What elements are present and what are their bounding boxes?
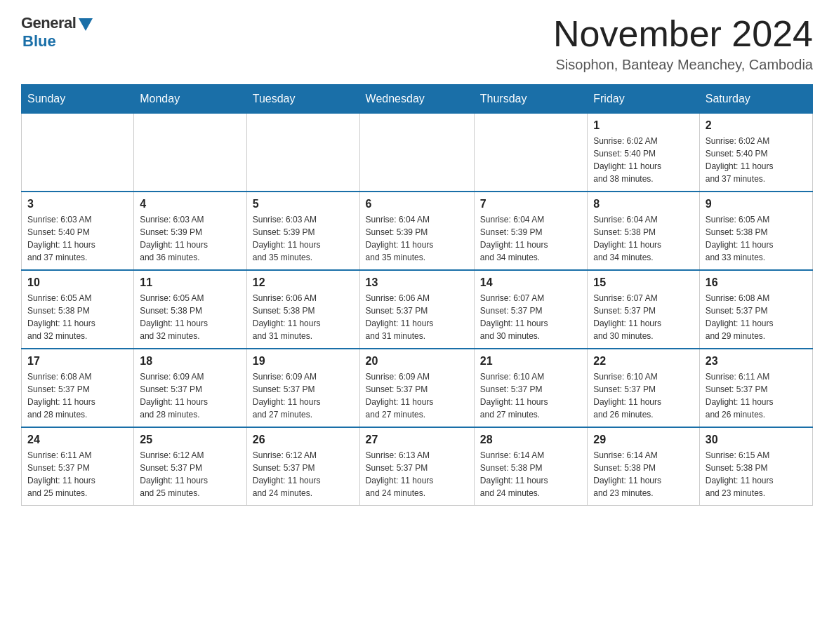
calendar-week-1: 1Sunrise: 6:02 AM Sunset: 5:40 PM Daylig… xyxy=(22,113,813,192)
day-info: Sunrise: 6:03 AM Sunset: 5:40 PM Dayligh… xyxy=(27,213,128,264)
calendar-cell: 12Sunrise: 6:06 AM Sunset: 5:38 PM Dayli… xyxy=(246,270,359,349)
day-info: Sunrise: 6:02 AM Sunset: 5:40 PM Dayligh… xyxy=(593,135,693,185)
day-number: 5 xyxy=(253,198,354,210)
calendar-week-2: 3Sunrise: 6:03 AM Sunset: 5:40 PM Daylig… xyxy=(22,192,813,270)
page-header: General Blue November 2024 Sisophon, Ban… xyxy=(21,14,813,73)
logo: General Blue xyxy=(21,14,93,51)
day-number: 10 xyxy=(27,276,128,289)
day-info: Sunrise: 6:05 AM Sunset: 5:38 PM Dayligh… xyxy=(140,292,241,342)
logo-top: General xyxy=(21,14,93,32)
day-info: Sunrise: 6:07 AM Sunset: 5:37 PM Dayligh… xyxy=(593,292,693,342)
day-info: Sunrise: 6:10 AM Sunset: 5:37 PM Dayligh… xyxy=(593,370,693,421)
day-info: Sunrise: 6:12 AM Sunset: 5:37 PM Dayligh… xyxy=(140,449,241,499)
calendar-cell: 23Sunrise: 6:11 AM Sunset: 5:37 PM Dayli… xyxy=(699,349,812,427)
day-number: 11 xyxy=(140,276,241,289)
day-info: Sunrise: 6:12 AM Sunset: 5:37 PM Dayligh… xyxy=(253,449,354,499)
calendar-cell: 17Sunrise: 6:08 AM Sunset: 5:37 PM Dayli… xyxy=(22,349,134,427)
month-title: November 2024 xyxy=(553,14,813,54)
logo-blue-text: Blue xyxy=(22,32,56,51)
logo-triangle-icon xyxy=(79,18,93,31)
day-number: 21 xyxy=(480,355,581,368)
day-number: 22 xyxy=(593,355,693,368)
calendar-cell: 24Sunrise: 6:11 AM Sunset: 5:37 PM Dayli… xyxy=(22,427,134,506)
calendar-body: 1Sunrise: 6:02 AM Sunset: 5:40 PM Daylig… xyxy=(22,113,813,506)
day-number: 14 xyxy=(480,276,581,289)
day-header-saturday: Saturday xyxy=(699,85,812,113)
logo-general-text: General xyxy=(21,14,76,32)
calendar-cell xyxy=(474,113,587,192)
day-header-tuesday: Tuesday xyxy=(246,85,359,113)
calendar-cell xyxy=(134,113,247,192)
day-info: Sunrise: 6:15 AM Sunset: 5:38 PM Dayligh… xyxy=(706,449,807,499)
day-info: Sunrise: 6:11 AM Sunset: 5:37 PM Dayligh… xyxy=(706,370,807,421)
calendar-cell xyxy=(359,113,474,192)
day-header-sunday: Sunday xyxy=(22,85,134,113)
calendar-cell: 19Sunrise: 6:09 AM Sunset: 5:37 PM Dayli… xyxy=(246,349,359,427)
day-info: Sunrise: 6:04 AM Sunset: 5:38 PM Dayligh… xyxy=(593,213,693,264)
calendar-week-3: 10Sunrise: 6:05 AM Sunset: 5:38 PM Dayli… xyxy=(22,270,813,349)
calendar-week-4: 17Sunrise: 6:08 AM Sunset: 5:37 PM Dayli… xyxy=(22,349,813,427)
calendar-cell: 29Sunrise: 6:14 AM Sunset: 5:38 PM Dayli… xyxy=(588,427,699,506)
day-number: 15 xyxy=(593,276,693,289)
day-number: 12 xyxy=(253,276,354,289)
calendar-cell: 4Sunrise: 6:03 AM Sunset: 5:39 PM Daylig… xyxy=(134,192,247,270)
day-number: 20 xyxy=(366,355,468,368)
calendar-cell: 5Sunrise: 6:03 AM Sunset: 5:39 PM Daylig… xyxy=(246,192,359,270)
day-info: Sunrise: 6:08 AM Sunset: 5:37 PM Dayligh… xyxy=(706,292,807,342)
day-info: Sunrise: 6:02 AM Sunset: 5:40 PM Dayligh… xyxy=(706,135,807,185)
calendar-cell: 9Sunrise: 6:05 AM Sunset: 5:38 PM Daylig… xyxy=(699,192,812,270)
calendar-header: SundayMondayTuesdayWednesdayThursdayFrid… xyxy=(22,85,813,113)
day-info: Sunrise: 6:09 AM Sunset: 5:37 PM Dayligh… xyxy=(140,370,241,421)
calendar-cell: 3Sunrise: 6:03 AM Sunset: 5:40 PM Daylig… xyxy=(22,192,134,270)
day-number: 23 xyxy=(706,355,807,368)
calendar-cell: 14Sunrise: 6:07 AM Sunset: 5:37 PM Dayli… xyxy=(474,270,587,349)
calendar-cell: 2Sunrise: 6:02 AM Sunset: 5:40 PM Daylig… xyxy=(699,113,812,192)
day-info: Sunrise: 6:08 AM Sunset: 5:37 PM Dayligh… xyxy=(27,370,128,421)
day-number: 6 xyxy=(366,198,468,210)
calendar-cell: 25Sunrise: 6:12 AM Sunset: 5:37 PM Dayli… xyxy=(134,427,247,506)
day-info: Sunrise: 6:03 AM Sunset: 5:39 PM Dayligh… xyxy=(140,213,241,264)
day-number: 19 xyxy=(253,355,354,368)
day-header-thursday: Thursday xyxy=(474,85,587,113)
day-info: Sunrise: 6:13 AM Sunset: 5:37 PM Dayligh… xyxy=(366,449,468,499)
day-number: 9 xyxy=(706,198,807,210)
calendar-cell: 18Sunrise: 6:09 AM Sunset: 5:37 PM Dayli… xyxy=(134,349,247,427)
day-number: 26 xyxy=(253,434,354,446)
day-header-monday: Monday xyxy=(134,85,247,113)
day-info: Sunrise: 6:05 AM Sunset: 5:38 PM Dayligh… xyxy=(27,292,128,342)
day-info: Sunrise: 6:05 AM Sunset: 5:38 PM Dayligh… xyxy=(706,213,807,264)
calendar-cell: 26Sunrise: 6:12 AM Sunset: 5:37 PM Dayli… xyxy=(246,427,359,506)
day-info: Sunrise: 6:14 AM Sunset: 5:38 PM Dayligh… xyxy=(593,449,693,499)
day-info: Sunrise: 6:14 AM Sunset: 5:38 PM Dayligh… xyxy=(480,449,581,499)
day-number: 24 xyxy=(27,434,128,446)
day-number: 28 xyxy=(480,434,581,446)
calendar-cell: 1Sunrise: 6:02 AM Sunset: 5:40 PM Daylig… xyxy=(588,113,699,192)
day-number: 18 xyxy=(140,355,241,368)
calendar-cell: 20Sunrise: 6:09 AM Sunset: 5:37 PM Dayli… xyxy=(359,349,474,427)
day-info: Sunrise: 6:09 AM Sunset: 5:37 PM Dayligh… xyxy=(253,370,354,421)
day-number: 17 xyxy=(27,355,128,368)
day-number: 29 xyxy=(593,434,693,446)
calendar-table: SundayMondayTuesdayWednesdayThursdayFrid… xyxy=(21,84,813,506)
calendar-cell: 8Sunrise: 6:04 AM Sunset: 5:38 PM Daylig… xyxy=(588,192,699,270)
day-info: Sunrise: 6:11 AM Sunset: 5:37 PM Dayligh… xyxy=(27,449,128,499)
calendar-cell: 13Sunrise: 6:06 AM Sunset: 5:37 PM Dayli… xyxy=(359,270,474,349)
location-subtitle: Sisophon, Banteay Meanchey, Cambodia xyxy=(553,57,813,73)
calendar-cell: 6Sunrise: 6:04 AM Sunset: 5:39 PM Daylig… xyxy=(359,192,474,270)
calendar-cell: 10Sunrise: 6:05 AM Sunset: 5:38 PM Dayli… xyxy=(22,270,134,349)
day-info: Sunrise: 6:06 AM Sunset: 5:38 PM Dayligh… xyxy=(253,292,354,342)
calendar-cell xyxy=(22,113,134,192)
calendar-cell: 30Sunrise: 6:15 AM Sunset: 5:38 PM Dayli… xyxy=(699,427,812,506)
calendar-cell: 15Sunrise: 6:07 AM Sunset: 5:37 PM Dayli… xyxy=(588,270,699,349)
day-header-friday: Friday xyxy=(588,85,699,113)
day-number: 2 xyxy=(706,119,807,132)
days-of-week-row: SundayMondayTuesdayWednesdayThursdayFrid… xyxy=(22,85,813,113)
calendar-cell: 28Sunrise: 6:14 AM Sunset: 5:38 PM Dayli… xyxy=(474,427,587,506)
day-number: 8 xyxy=(593,198,693,210)
day-info: Sunrise: 6:09 AM Sunset: 5:37 PM Dayligh… xyxy=(366,370,468,421)
calendar-cell xyxy=(246,113,359,192)
calendar-cell: 21Sunrise: 6:10 AM Sunset: 5:37 PM Dayli… xyxy=(474,349,587,427)
calendar-cell: 22Sunrise: 6:10 AM Sunset: 5:37 PM Dayli… xyxy=(588,349,699,427)
day-number: 16 xyxy=(706,276,807,289)
day-info: Sunrise: 6:10 AM Sunset: 5:37 PM Dayligh… xyxy=(480,370,581,421)
